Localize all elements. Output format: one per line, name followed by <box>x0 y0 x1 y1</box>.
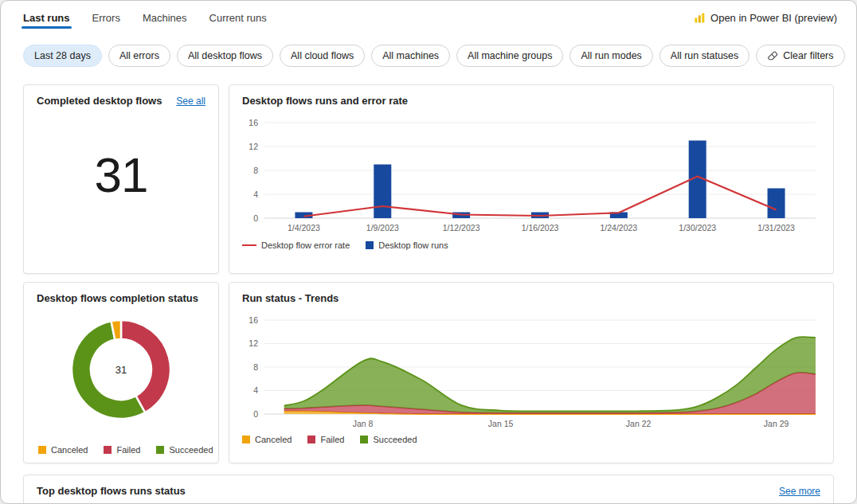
svg-text:16: 16 <box>248 118 258 127</box>
legend-swatch-desktop-flow-runs <box>366 241 374 249</box>
card-title: Desktop flows completion status <box>37 292 198 304</box>
svg-text:31: 31 <box>115 364 127 376</box>
legend-label: Desktop flow error rate <box>261 240 350 250</box>
legend-label: Desktop flow runs <box>378 240 448 250</box>
legend-label: Succeeded <box>169 445 213 455</box>
svg-text:8: 8 <box>253 166 258 175</box>
completed-flows-count: 31 <box>24 147 218 203</box>
legend-label: Canceled <box>51 445 88 455</box>
svg-text:Jan 8: Jan 8 <box>353 419 374 428</box>
svg-text:Jan 29: Jan 29 <box>764 419 789 428</box>
card-runs-and-error-rate: Desktop flows runs and error rate 048121… <box>229 84 834 274</box>
filter-pill-all-run-statuses[interactable]: All run statuses <box>659 45 749 67</box>
svg-text:1/31/2023: 1/31/2023 <box>757 223 795 232</box>
legend-label: Failed <box>116 445 140 455</box>
svg-text:1/16/2023: 1/16/2023 <box>522 223 559 232</box>
legend-label: Canceled <box>255 435 292 444</box>
legend-item-desktop-flow-runs: Desktop flow runs <box>366 240 448 250</box>
completion-status-donut-chart: 31 <box>41 311 201 432</box>
completion-status-legend: CanceledFailedSucceeded <box>25 445 226 455</box>
runs-error-rate-legend: Desktop flow error rateDesktop flow runs <box>229 236 833 250</box>
filter-pill-all-run-modes[interactable]: All run modes <box>569 45 652 67</box>
desktop-flows-monitor-dashboard: Last runsErrorsMachinesCurrent runs Open… <box>0 0 857 504</box>
legend-swatch-succeeded <box>156 446 164 454</box>
svg-text:4: 4 <box>253 189 258 199</box>
see-all-link[interactable]: See all <box>176 96 205 107</box>
card-completion-status: Desktop flows completion status 31 Cance… <box>23 282 219 463</box>
svg-text:1/30/2023: 1/30/2023 <box>679 223 716 232</box>
legend-swatch-failed <box>307 436 315 443</box>
legend-item-canceled: Canceled <box>242 435 292 444</box>
card-header: Top desktop flows runs status See more <box>24 475 833 503</box>
tab-machines[interactable]: Machines <box>143 1 187 34</box>
run-status-trends-legend: CanceledFailedSucceeded <box>229 430 833 444</box>
legend-item-canceled: Canceled <box>38 445 88 455</box>
legend-label: Failed <box>320 435 344 444</box>
filter-pill-all-desktop-flows[interactable]: All desktop flows <box>177 45 273 67</box>
card-header: Desktop flows runs and error rate <box>229 85 833 113</box>
svg-text:1/9/2023: 1/9/2023 <box>366 223 399 232</box>
card-top-desktop-flows: Top desktop flows runs status See more <box>23 475 834 504</box>
svg-text:12: 12 <box>248 142 258 151</box>
legend-swatch-failed <box>104 446 112 454</box>
filter-pill-last-28-days[interactable]: Last 28 days <box>23 45 102 67</box>
clear-filters-label: Clear filters <box>783 50 833 61</box>
open-in-power-bi-button[interactable]: Open in Power BI (preview) <box>694 12 837 24</box>
clear-filters-button[interactable]: Clear filters <box>756 45 844 67</box>
tab-last-runs[interactable]: Last runs <box>23 1 70 34</box>
card-header: Completed desktop flows See all <box>24 85 218 113</box>
eraser-icon <box>767 50 778 61</box>
card-title: Run status - Trends <box>242 292 338 304</box>
row-top: Completed desktop flows See all 31 Deskt… <box>23 84 834 274</box>
card-title: Desktop flows runs and error rate <box>242 95 408 107</box>
tabs: Last runsErrorsMachinesCurrent runs <box>23 1 289 34</box>
svg-text:Jan 15: Jan 15 <box>488 419 514 428</box>
legend-item-failed: Failed <box>104 445 140 455</box>
svg-text:12: 12 <box>248 338 258 348</box>
legend-item-desktop-flow-error-rate: Desktop flow error rate <box>242 240 350 250</box>
svg-text:1/24/2023: 1/24/2023 <box>601 223 638 232</box>
legend-swatch-desktop-flow-error-rate <box>242 244 256 247</box>
svg-text:0: 0 <box>253 213 258 223</box>
legend-item-succeeded: Succeeded <box>156 445 213 455</box>
filter-pill-all-machines[interactable]: All machines <box>371 45 450 67</box>
tab-bar: Last runsErrorsMachinesCurrent runs Open… <box>1 1 856 34</box>
open-in-power-bi-label: Open in Power BI (preview) <box>710 12 837 24</box>
legend-label: Succeeded <box>373 435 417 444</box>
card-header: Run status - Trends <box>229 283 833 311</box>
row-bottom: Top desktop flows runs status See more <box>23 475 834 504</box>
svg-text:4: 4 <box>253 385 258 395</box>
runs-error-rate-chart: 04812161/4/20231/9/20231/12/20231/16/202… <box>236 115 827 236</box>
svg-text:0: 0 <box>253 409 258 419</box>
filter-pill-all-cloud-flows[interactable]: All cloud flows <box>280 45 365 67</box>
filter-pill-all-machine-groups[interactable]: All machine groups <box>456 45 563 67</box>
card-completed-desktop-flows: Completed desktop flows See all 31 <box>23 84 219 274</box>
power-bi-icon <box>694 12 706 24</box>
card-header: Desktop flows completion status <box>24 283 218 311</box>
dashboard-content: Completed desktop flows See all 31 Deskt… <box>1 84 856 504</box>
filter-bar: Last 28 daysAll errorsAll desktop flowsA… <box>1 45 856 67</box>
svg-text:1/4/2023: 1/4/2023 <box>288 223 320 232</box>
tab-errors[interactable]: Errors <box>92 1 120 34</box>
row-middle: Desktop flows completion status 31 Cance… <box>23 282 834 463</box>
tab-current-runs[interactable]: Current runs <box>209 1 267 34</box>
see-more-link[interactable]: See more <box>779 486 820 497</box>
svg-text:8: 8 <box>253 362 258 372</box>
run-status-trends-chart: 0481216Jan 8Jan 15Jan 22Jan 29 <box>236 312 827 430</box>
legend-swatch-canceled <box>38 446 46 454</box>
card-title: Completed desktop flows <box>37 95 162 107</box>
legend-swatch-succeeded <box>360 436 368 443</box>
legend-item-succeeded: Succeeded <box>360 435 417 444</box>
svg-text:16: 16 <box>248 315 258 325</box>
legend-item-failed: Failed <box>307 435 344 444</box>
svg-text:1/12/2023: 1/12/2023 <box>443 223 480 232</box>
card-run-status-trends: Run status - Trends 0481216Jan 8Jan 15Ja… <box>229 282 834 463</box>
svg-text:Jan 22: Jan 22 <box>626 419 652 428</box>
card-title: Top desktop flows runs status <box>37 485 186 497</box>
filter-pill-all-errors[interactable]: All errors <box>108 45 170 67</box>
legend-swatch-canceled <box>242 436 250 443</box>
